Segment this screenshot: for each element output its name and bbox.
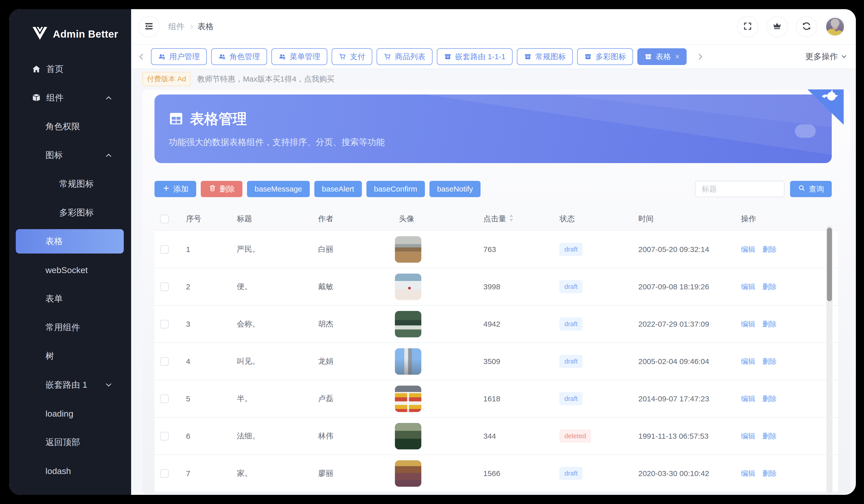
table-scrollbar-thumb[interactable] (827, 228, 832, 301)
close-icon[interactable]: × (675, 52, 680, 61)
cell-no: 2 (178, 268, 229, 305)
refresh-button[interactable] (796, 16, 817, 37)
delete-link[interactable]: 删除 (763, 320, 777, 328)
fold-menu-button[interactable] (138, 16, 159, 37)
more-actions-dropdown[interactable]: 更多操作 (805, 51, 846, 62)
tab-角色管理[interactable]: 角色管理 (211, 48, 267, 65)
edit-link[interactable]: 编辑 (741, 395, 755, 403)
sidebar-item-label: 角色权限 (46, 121, 80, 132)
delete-link[interactable]: 删除 (763, 357, 777, 365)
row-checkbox[interactable] (160, 357, 169, 366)
fullscreen-button[interactable] (737, 16, 758, 37)
cell-author: 戴敏 (310, 268, 391, 305)
row-checkbox[interactable] (160, 395, 169, 403)
delete-link[interactable]: 删除 (763, 283, 777, 291)
column-header-author: 作者 (310, 207, 391, 231)
delete-link[interactable]: 删除 (763, 245, 777, 253)
row-checkbox[interactable] (160, 432, 169, 441)
table-scrollbar-track[interactable] (826, 226, 832, 494)
tab-支付[interactable]: 支付 (332, 48, 372, 65)
users-icon (278, 53, 286, 60)
tab-label: 菜单管理 (290, 51, 320, 62)
sidebar-item-首页[interactable]: 首页 (16, 57, 124, 81)
select-all-checkbox[interactable] (160, 215, 169, 223)
search-input[interactable] (695, 181, 784, 197)
delete-button[interactable]: 删除 (201, 181, 242, 197)
add-button[interactable]: 添加 (155, 181, 196, 197)
row-checkbox[interactable] (160, 283, 169, 291)
cell-author: 龙娟 (310, 343, 391, 380)
column-header-ops: 操作 (737, 207, 838, 231)
sidebar-item-label: 首页 (46, 63, 63, 75)
main-area: 组件 表格 (131, 9, 856, 495)
cell-clicks: 1566 (475, 455, 551, 492)
row-checkbox[interactable] (160, 469, 169, 478)
chevron-up-icon (106, 154, 111, 159)
tab-嵌套路由 1-1-1[interactable]: 嵌套路由 1-1-1 (437, 48, 513, 65)
status-badge: draft (560, 392, 583, 405)
status-badge: draft (560, 280, 583, 293)
app-window: Admin Better 首页组件角色权限图标常规图标多彩图标表格webSock… (9, 9, 856, 495)
ad-text[interactable]: 教师节特惠，Max版本买1得4，点我购买 (197, 74, 334, 84)
search-icon (798, 184, 806, 194)
table-row: 7家。廖丽1566draft2020-03-30 00:10:42编辑删除 (155, 455, 838, 492)
upgrade-button[interactable] (766, 16, 788, 37)
sidebar-item-角色权限[interactable]: 角色权限 (16, 114, 124, 139)
cart-icon (339, 53, 346, 60)
row-avatar-image (395, 236, 421, 263)
sidebar-item-常规图标[interactable]: 常规图标 (16, 172, 124, 196)
status-badge: draft (560, 243, 583, 256)
tabbar: 用户管理角色管理菜单管理支付商品列表嵌套路由 1-1-1常规图标多彩图标表格× … (131, 45, 856, 69)
sidebar-item-lodash[interactable]: lodash (16, 459, 124, 483)
cell-time: 2020-03-30 00:10:42 (630, 455, 737, 492)
baseMessage-button[interactable]: baseMessage (247, 181, 310, 197)
sidebar-item-webSocket[interactable]: webSocket (16, 258, 124, 282)
sidebar-item-表格[interactable]: 表格 (16, 229, 124, 253)
edit-link[interactable]: 编辑 (741, 469, 755, 477)
sidebar-item-loading[interactable]: loading (16, 401, 124, 426)
edit-link[interactable]: 编辑 (741, 283, 755, 291)
tab-表格[interactable]: 表格× (637, 48, 687, 65)
baseAlert-button[interactable]: baseAlert (314, 181, 362, 197)
sidebar-item-树[interactable]: 树 (16, 344, 124, 368)
sidebar-item-嵌套路由 1[interactable]: 嵌套路由 1 (16, 373, 124, 397)
sidebar-item-组件[interactable]: 组件 (16, 86, 124, 110)
delete-link[interactable]: 删除 (763, 469, 777, 477)
tab-菜单管理[interactable]: 菜单管理 (272, 48, 327, 65)
breadcrumb-parent[interactable]: 组件 (168, 21, 184, 32)
tabs-scroll-left-icon[interactable] (139, 53, 145, 60)
tabs-scroll-right-icon[interactable] (696, 53, 702, 60)
user-avatar[interactable] (825, 17, 845, 36)
delete-link[interactable]: 删除 (763, 395, 777, 403)
ad-badge[interactable]: 付费版本 Ad (142, 72, 191, 86)
column-header-clicks[interactable]: 点击量 (475, 207, 551, 231)
edit-link[interactable]: 编辑 (741, 432, 755, 440)
delete-link[interactable]: 删除 (763, 432, 777, 440)
sidebar-item-label: 组件 (46, 92, 63, 104)
row-checkbox[interactable] (160, 245, 169, 254)
sidebar-item-表单[interactable]: 表单 (16, 287, 124, 311)
edit-link[interactable]: 编辑 (741, 245, 755, 253)
chevron-up-icon (106, 96, 111, 101)
row-checkbox[interactable] (160, 320, 169, 328)
baseNotify-button[interactable]: baseNotify (430, 181, 481, 197)
tab-常规图标[interactable]: 常规图标 (517, 48, 573, 65)
sidebar-item-多彩图标[interactable]: 多彩图标 (16, 201, 124, 225)
column-header-time: 时间 (630, 207, 737, 231)
archive-box-icon (645, 53, 652, 60)
tab-用户管理[interactable]: 用户管理 (151, 48, 207, 65)
sidebar-item-返回顶部[interactable]: 返回顶部 (16, 430, 124, 455)
edit-link[interactable]: 编辑 (741, 320, 755, 328)
cell-clicks: 1618 (475, 380, 551, 417)
search-button[interactable]: 查询 (790, 181, 832, 197)
github-corner-ribbon[interactable] (803, 89, 844, 125)
edit-link[interactable]: 编辑 (741, 357, 755, 365)
baseConfirm-button[interactable]: baseConfirm (367, 181, 425, 197)
sidebar-item-常用组件[interactable]: 常用组件 (16, 315, 124, 340)
sort-carets-icon[interactable] (509, 214, 514, 224)
sidebar-item-label: lodash (46, 466, 71, 476)
refresh-icon (802, 21, 812, 32)
sidebar-item-图标[interactable]: 图标 (16, 143, 124, 167)
tab-多彩图标[interactable]: 多彩图标 (577, 48, 633, 65)
tab-商品列表[interactable]: 商品列表 (376, 48, 432, 65)
